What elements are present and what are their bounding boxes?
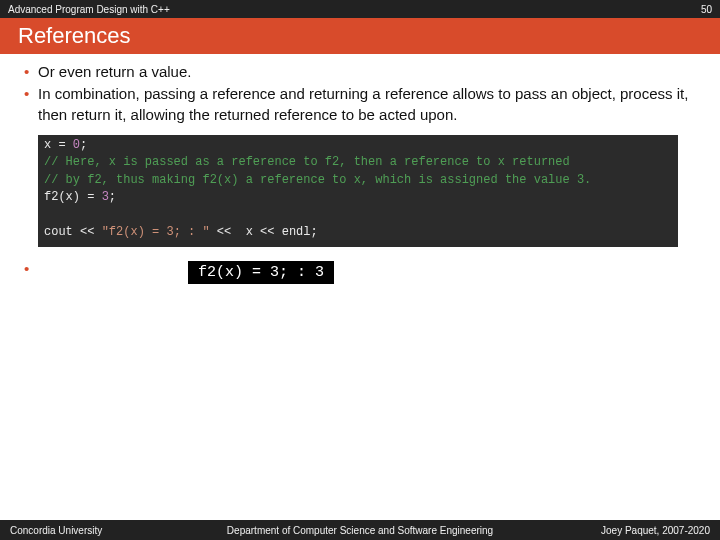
code-line: // Here, x is passed as a reference to f… <box>44 154 672 171</box>
console-output: f2(x) = 3; : 3 <box>188 261 334 284</box>
code-line <box>44 206 672 223</box>
code-line: f2(x) = 3; <box>44 189 672 206</box>
footer-left: Concordia University <box>10 525 102 536</box>
bullet-item: • f2(x) = 3; : 3 <box>24 255 696 284</box>
bullet-item: • In combination, passing a reference an… <box>24 84 696 125</box>
course-title: Advanced Program Design with C++ <box>8 4 170 15</box>
footer-right: Joey Paquet, 2007-2020 <box>601 525 710 536</box>
footer-center: Department of Computer Science and Softw… <box>227 525 493 536</box>
code-line: // by f2, thus making f2(x) a reference … <box>44 172 672 189</box>
slide-title: References <box>18 23 131 49</box>
bullet-text: Or even return a value. <box>38 62 696 82</box>
bullet-icon: • <box>24 84 38 104</box>
code-line: cout << "f2(x) = 3; : " << x << endl; <box>44 224 672 241</box>
bullet-icon: • <box>24 62 38 82</box>
code-block: x = 0; // Here, x is passed as a referen… <box>38 135 678 247</box>
top-strip: Advanced Program Design with C++ 50 <box>0 0 720 18</box>
slide-title-bar: References <box>0 18 720 54</box>
code-line: x = 0; <box>44 137 672 154</box>
slide-content: • Or even return a value. • In combinati… <box>0 54 720 284</box>
bullet-text: In combination, passing a reference and … <box>38 84 696 125</box>
footer-bar: Concordia University Department of Compu… <box>0 520 720 540</box>
slide-number: 50 <box>701 4 712 15</box>
bullet-item: • Or even return a value. <box>24 62 696 82</box>
bullet-icon: • <box>24 259 38 279</box>
